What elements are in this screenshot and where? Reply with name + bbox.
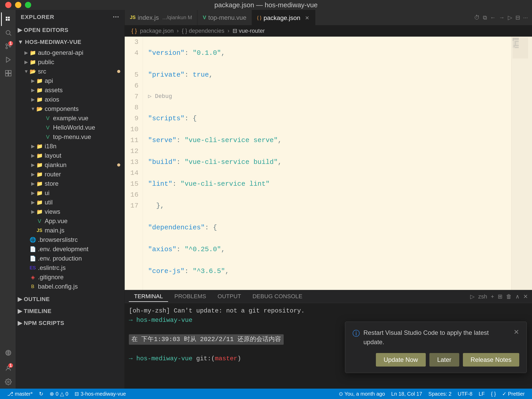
- sidebar-menu[interactable]: ···: [113, 13, 119, 21]
- tree-item-router[interactable]: ▶ 📁 router: [16, 170, 124, 179]
- code-editor[interactable]: 3 4 5 6 7 8 9 10 11 12 13 14 15: [125, 37, 532, 290]
- activity-explorer[interactable]: [1, 12, 15, 26]
- tree-item[interactable]: ▼ 📂 src: [16, 67, 124, 76]
- tree-item[interactable]: ▶ B babel.config.js: [16, 282, 124, 291]
- status-errors[interactable]: ⊗ 0 △ 0: [46, 389, 71, 399]
- terminal-split-icon[interactable]: ⊞: [498, 293, 502, 300]
- status-spaces[interactable]: Spaces: 2: [425, 391, 455, 397]
- more-actions-icon[interactable]: ···: [523, 14, 528, 21]
- tab-index-js[interactable]: JS index.js .../qiankun M: [125, 10, 197, 25]
- history-icon[interactable]: ⏱: [474, 14, 480, 21]
- breadcrumb-item[interactable]: { } dependencies: [182, 28, 224, 34]
- status-branch[interactable]: ⎇ master*: [4, 389, 36, 399]
- tree-item[interactable]: ▶ 🌐 .browserslistrc: [16, 235, 124, 244]
- svg-rect-6: [5, 70, 8, 73]
- activity-extensions[interactable]: [1, 66, 15, 80]
- tree-item[interactable]: ▶ 📁 auto-general-api: [16, 48, 124, 57]
- folder-open-icon: 📂: [36, 105, 43, 112]
- activity-source-control[interactable]: 1: [1, 39, 15, 53]
- chevron-right-icon: ▶: [23, 59, 29, 65]
- main-content: 1 1 EXPLORER ···: [0, 10, 532, 389]
- tree-item[interactable]: ▶ 📁 public: [16, 57, 124, 67]
- tree-item[interactable]: ▶ V top-menu.vue: [16, 132, 124, 142]
- breadcrumb-item[interactable]: package.json: [140, 28, 174, 34]
- folder-icon: 📁: [36, 96, 43, 103]
- activity-settings[interactable]: [1, 375, 15, 389]
- status-sync[interactable]: ↻: [36, 389, 46, 399]
- eol-label: LF: [479, 391, 485, 397]
- vue-icon: V: [44, 124, 51, 131]
- tree-item-label: components: [45, 105, 79, 112]
- new-terminal-icon[interactable]: ▷: [470, 293, 475, 300]
- tree-item[interactable]: ▶ 📁 i18n: [16, 142, 124, 151]
- terminal-trash-icon[interactable]: 🗑: [506, 293, 512, 300]
- status-cursor[interactable]: Ln 18, Col 17: [388, 391, 425, 397]
- tree-item[interactable]: ▶ 📁 axios: [16, 95, 124, 104]
- update-now-button[interactable]: Update Now: [376, 353, 426, 367]
- status-encoding[interactable]: UTF-8: [455, 391, 476, 397]
- tree-item[interactable]: ▶ 📁 api: [16, 76, 124, 85]
- tab-close-button[interactable]: ✕: [304, 14, 310, 22]
- later-button[interactable]: Later: [429, 353, 459, 367]
- tree-item[interactable]: ▶ 📄 .env. production: [16, 254, 124, 263]
- tree-item[interactable]: ▶ 📁 layout: [16, 151, 124, 160]
- chevron-right-icon: ▶: [30, 190, 36, 196]
- tab-actions: ⏱ ⧉ ← → ▷ ⊟ ···: [470, 14, 532, 21]
- tree-item[interactable]: ▶ 📁 util: [16, 198, 124, 207]
- release-notes-button[interactable]: Release Notes: [463, 353, 519, 367]
- run-icon[interactable]: ▷: [508, 14, 512, 21]
- breadcrumb-item[interactable]: ⊟ vue-router: [232, 28, 265, 34]
- layout-icon[interactable]: ⊟: [515, 14, 520, 21]
- tree-item[interactable]: ▼ 📂 components: [16, 104, 124, 114]
- terminal-collapse-icon[interactable]: ∧: [515, 293, 520, 300]
- tree-item[interactable]: ▶ V App.vue: [16, 216, 124, 226]
- vue-icon: V: [44, 115, 51, 122]
- status-workspace[interactable]: ⊟ 3-hos-mediway-vue: [71, 389, 129, 399]
- tab-terminal[interactable]: TERMINAL: [129, 291, 168, 302]
- prev-change-icon[interactable]: ←: [490, 14, 496, 21]
- activity-search[interactable]: [1, 26, 15, 39]
- split-editor-icon[interactable]: ⧉: [483, 14, 487, 21]
- npm-label: NPM SCRIPTS: [24, 320, 64, 327]
- activity-remote[interactable]: [1, 346, 15, 360]
- status-git-blame[interactable]: ⊙ You, a month ago: [336, 391, 388, 397]
- tree-item[interactable]: ▶ V HelloWorld.vue: [16, 123, 124, 132]
- folder-icon: 📁: [29, 58, 36, 66]
- outline-section[interactable]: ▶ OUTLINE: [16, 293, 124, 305]
- next-change-icon[interactable]: →: [499, 14, 505, 21]
- tree-item[interactable]: ▶ 📁 store: [16, 179, 124, 188]
- tree-item[interactable]: ▶ 📁 views: [16, 207, 124, 216]
- tree-item[interactable]: ▶ 📁 qiankun: [16, 160, 124, 170]
- minimize-button[interactable]: [15, 2, 21, 8]
- timeline-arrow: ▶: [18, 308, 22, 315]
- tree-item[interactable]: ▶ ES .eslintrc.js: [16, 263, 124, 272]
- tree-item[interactable]: ▶ 📁 ui: [16, 188, 124, 198]
- add-terminal-icon[interactable]: +: [491, 293, 494, 300]
- status-prettier[interactable]: ✓ Prettier: [499, 391, 528, 397]
- browserslist-icon: 🌐: [29, 236, 36, 243]
- source-control-badge: 1: [8, 41, 13, 46]
- activity-run[interactable]: [1, 53, 15, 66]
- tree-item[interactable]: ▶ V example.vue: [16, 114, 124, 123]
- activity-account[interactable]: 1: [1, 362, 15, 375]
- close-button[interactable]: [5, 2, 11, 8]
- tree-item[interactable]: ▶ 📄 .env. development: [16, 244, 124, 254]
- status-language[interactable]: { }: [488, 391, 499, 397]
- project-section[interactable]: ▼ HOS-MEDIWAY-VUE: [16, 36, 124, 48]
- tree-item[interactable]: ▶ 📁 assets: [16, 85, 124, 95]
- tree-item[interactable]: ▶ JS main.js: [16, 226, 124, 235]
- npm-scripts-section[interactable]: ▶ NPM SCRIPTS: [16, 317, 124, 329]
- tab-package-json[interactable]: { } package.json ✕: [252, 10, 315, 25]
- status-eol[interactable]: LF: [476, 391, 488, 397]
- open-editors-section[interactable]: ▶ OPEN EDITORS: [16, 24, 124, 36]
- tab-debug-console[interactable]: DEBUG CONSOLE: [247, 291, 308, 302]
- terminal-close-icon[interactable]: ✕: [523, 293, 528, 300]
- close-notification-button[interactable]: ✕: [514, 328, 519, 336]
- timeline-section[interactable]: ▶ TIMELINE: [16, 305, 124, 317]
- tab-output[interactable]: OUTPUT: [212, 291, 246, 302]
- tab-top-menu-vue[interactable]: V top-menu.vue: [197, 10, 252, 25]
- maximize-button[interactable]: [25, 2, 31, 8]
- tab-problems[interactable]: PROBLEMS: [169, 291, 211, 302]
- vue-icon: V: [44, 133, 51, 141]
- tree-item[interactable]: ▶ ◈ .gitignore: [16, 272, 124, 282]
